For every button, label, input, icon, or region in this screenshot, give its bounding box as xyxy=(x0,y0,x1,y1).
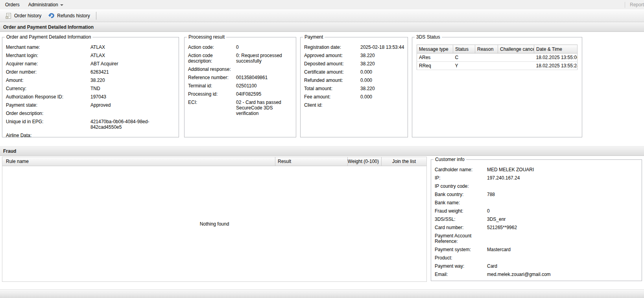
table-cell: C xyxy=(453,54,475,62)
field-label: IP: xyxy=(431,175,487,181)
table-cell xyxy=(475,62,498,70)
field-label: Order description: xyxy=(2,111,90,116)
field-value: 001358049861 xyxy=(236,75,296,80)
field-label: Unique id in EPG: xyxy=(2,119,90,130)
field-label: Card number: xyxy=(431,225,487,230)
field-label: Total amount: xyxy=(301,86,360,91)
field-row: Merchant name:ATLAX xyxy=(2,44,179,50)
field-label: Order number: xyxy=(2,69,90,75)
payment-legend: Payment xyxy=(303,34,325,40)
field-value: 38.220 xyxy=(360,53,408,58)
field-row: Acquirer name:ABT Acquirer xyxy=(2,61,179,67)
menu-separator xyxy=(625,2,625,8)
menu-item-orders[interactable]: Orders xyxy=(1,0,24,9)
column-header-rule-name[interactable]: Rule name xyxy=(2,157,275,166)
fraud-section-header: Fraud xyxy=(0,146,644,156)
field-label: Amount: xyxy=(2,78,90,83)
field-label: Client id: xyxy=(301,102,360,108)
menu-item-administration[interactable]: Administration xyxy=(24,0,68,9)
field-value: 02 - Card has passed SecureCode 3DS veri… xyxy=(236,100,296,116)
field-label: ECI: xyxy=(185,100,236,116)
field-value: 0.000 xyxy=(360,94,408,100)
field-row: Bank country:788 xyxy=(431,192,642,197)
field-value xyxy=(487,183,642,189)
field-row: Deposited amount:38.220 xyxy=(301,61,408,67)
order-section-title: Order and Payment Detailed Information xyxy=(3,24,94,30)
column-header[interactable]: Status xyxy=(453,45,475,54)
field-label: Approved amount: xyxy=(301,53,360,58)
toolbar-separator xyxy=(96,12,96,20)
field-value xyxy=(487,200,642,205)
field-label: Product: xyxy=(431,255,487,261)
order-history-button[interactable]: Order history xyxy=(2,11,45,21)
field-value xyxy=(360,102,408,108)
nothing-found-text: Nothing found xyxy=(200,221,229,227)
field-label: Fraud weight: xyxy=(431,208,487,214)
column-header-weight[interactable]: Weight (0-100) xyxy=(348,157,382,166)
field-value: ABT Acquirer xyxy=(90,61,179,67)
field-label: Reference number: xyxy=(185,75,236,80)
field-value: 04IF082595 xyxy=(236,91,296,97)
field-row: Product: xyxy=(431,255,642,261)
column-header-result[interactable]: Result xyxy=(275,157,348,166)
field-label: Authorization Response ID: xyxy=(2,94,90,100)
field-row: Registration date:2025-02-18 13:53:44 xyxy=(301,44,408,50)
field-row: Additional response: xyxy=(185,67,296,72)
column-header-join-the-list[interactable]: Join the list xyxy=(382,157,426,166)
column-header[interactable]: Reason xyxy=(475,45,498,54)
field-row: Processing id:04IF082595 xyxy=(185,91,296,97)
customer-info-panel: Customer info Cardholder name:MED MELEK … xyxy=(431,157,642,281)
column-header[interactable]: Challenge cancel xyxy=(498,45,534,54)
field-row: Order description: xyxy=(2,111,179,116)
field-label: Currency: xyxy=(2,86,90,91)
field-row: Action code:0 xyxy=(185,44,296,50)
field-value: 6263421 xyxy=(90,69,179,75)
field-value: 2025-02-18 13:53:44 xyxy=(360,44,408,50)
field-row: Amount:38.220 xyxy=(2,78,179,83)
table-cell: RReq xyxy=(417,62,453,70)
field-label: Merchant name: xyxy=(2,44,90,50)
field-label: Certificate amount: xyxy=(301,69,360,75)
field-row: Unique id in EPG:421470ba-0b06-4084-98ed… xyxy=(2,119,179,130)
field-label: IP country code: xyxy=(431,183,487,189)
field-row: Approved amount:38.220 xyxy=(301,53,408,58)
field-row: Client id: xyxy=(301,102,408,108)
menu-bar: Orders Administration Report xyxy=(0,0,644,9)
menu-item-label: Orders xyxy=(5,2,20,7)
field-row: Payment state:Approved xyxy=(2,102,179,108)
field-label: Additional response: xyxy=(185,67,236,72)
table-cell xyxy=(475,54,498,62)
top-panels-row: Order and Payment Detailed Information M… xyxy=(0,32,644,146)
field-row: Cardholder name:MED MELEK ZOUARI xyxy=(431,167,642,172)
field-value: 0.000 xyxy=(360,78,408,83)
field-label: Payment state: xyxy=(2,102,90,108)
field-row: IP:197.240.167.24 xyxy=(431,175,642,181)
field-label: Payment system: xyxy=(431,247,487,252)
field-value: ATLAX xyxy=(90,53,179,58)
field-label: Payment Account Reference: xyxy=(431,233,487,244)
three-ds-status-panel: 3DS Status Message typeStatusReasonChall… xyxy=(412,34,582,137)
refunds-history-label: Refunds history xyxy=(57,13,90,19)
processing-result-fields: Action code:0Action code description:0: … xyxy=(185,42,296,116)
field-row: Terminal id:02501100 xyxy=(185,83,296,89)
field-row: Currency:TND xyxy=(2,86,179,91)
field-label: Payment way: xyxy=(431,263,487,269)
order-info-fields: Merchant name:ATLAXMerchant login:ATLAXA… xyxy=(2,42,179,138)
field-value xyxy=(487,233,642,244)
table-cell xyxy=(498,54,534,62)
field-row: Order number:6263421 xyxy=(2,69,179,75)
refunds-history-button[interactable]: Refunds history xyxy=(45,11,93,21)
field-value: 521265**9962 xyxy=(487,225,642,230)
toolbar: Order history Refunds history xyxy=(0,9,644,22)
column-header[interactable]: Message type xyxy=(417,45,453,54)
field-label: Airline Data: xyxy=(2,133,90,138)
field-value xyxy=(90,111,179,116)
fraud-table-header: Rule name Result Weight (0-100) Join the… xyxy=(2,157,426,166)
column-header[interactable]: Date & Time xyxy=(534,45,578,54)
menu-item-report[interactable]: Report xyxy=(630,2,644,7)
field-value: 197.240.167.24 xyxy=(487,175,642,181)
field-row: IP country code: xyxy=(431,183,642,189)
fraud-content: Rule name Result Weight (0-100) Join the… xyxy=(0,156,644,284)
field-label: Refunded amount: xyxy=(301,78,360,83)
payment-panel: Payment Registration date:2025-02-18 13:… xyxy=(300,34,408,137)
